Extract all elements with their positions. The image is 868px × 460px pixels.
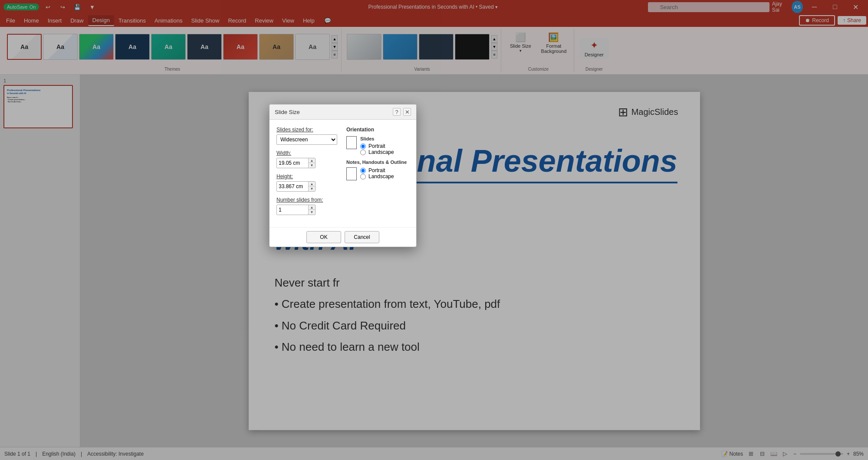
slides-orientation-label: Slides xyxy=(360,136,394,141)
num-slides-down-btn[interactable]: ▼ xyxy=(308,210,315,215)
height-up-btn[interactable]: ▲ xyxy=(308,182,315,186)
slides-sized-for-row: Slides sized for: Widescreen xyxy=(276,127,339,145)
width-up-btn[interactable]: ▲ xyxy=(308,158,315,163)
slides-landscape-option[interactable]: Landscape xyxy=(360,149,394,155)
slides-portrait-radio[interactable] xyxy=(360,144,366,149)
notes-radio-group: Portrait Landscape xyxy=(360,167,394,179)
slides-sized-for-label: Slides sized for: xyxy=(276,127,339,133)
width-row: Width: ▲ ▼ xyxy=(276,150,339,168)
dialog-body: Slides sized for: Widescreen Width: xyxy=(270,120,416,227)
num-slides-up-btn[interactable]: ▲ xyxy=(308,205,315,210)
portrait-label-notes: Portrait xyxy=(368,167,385,173)
width-label: Width: xyxy=(276,150,339,156)
width-input[interactable] xyxy=(277,158,308,168)
notes-landscape-radio[interactable] xyxy=(360,174,366,179)
dialog-columns: Slides sized for: Widescreen Width: xyxy=(276,127,409,220)
height-down-btn[interactable]: ▼ xyxy=(308,186,315,191)
slides-sized-for-select[interactable]: Widescreen xyxy=(276,134,337,145)
dialog-header: Slide Size ? ✕ xyxy=(270,104,416,120)
width-input-wrap: ▲ ▼ xyxy=(276,158,316,168)
num-slides-input[interactable] xyxy=(277,205,308,215)
slide-size-dialog: Slide Size ? ✕ Slides sized for: Widescr… xyxy=(269,104,417,247)
landscape-label-notes: Landscape xyxy=(368,173,394,179)
portrait-label-slides: Portrait xyxy=(368,143,385,149)
num-slides-input-wrap: ▲ ▼ xyxy=(276,205,316,215)
notes-orientation-section: Notes, Handouts & Outline Portrait xyxy=(346,160,409,182)
dialog-overlay: Slide Size ? ✕ Slides sized for: Widescr… xyxy=(0,0,868,460)
height-input-wrap: ▲ ▼ xyxy=(276,181,316,192)
orientation-title: Orientation xyxy=(346,127,409,133)
width-down-btn[interactable]: ▼ xyxy=(308,163,315,168)
height-spinners: ▲ ▼ xyxy=(308,182,315,191)
notes-orientation-label: Notes, Handouts & Outline xyxy=(346,160,409,165)
num-slides-row: Number slides from: ▲ ▼ xyxy=(276,197,339,215)
notes-portrait-radio[interactable] xyxy=(360,168,366,173)
orientation-section: Orientation Slides xyxy=(346,127,409,182)
notes-portrait-option[interactable]: Portrait xyxy=(360,167,394,173)
ok-button[interactable]: OK xyxy=(306,231,341,243)
slides-portrait-option[interactable]: Portrait xyxy=(360,143,394,149)
slides-portrait-icon xyxy=(346,136,357,149)
height-label-text: Height: xyxy=(276,173,293,179)
dialog-left-col: Slides sized for: Widescreen Width: xyxy=(276,127,339,220)
height-label: Height: xyxy=(276,173,339,179)
slides-landscape-radio[interactable] xyxy=(360,150,366,155)
cancel-button[interactable]: Cancel xyxy=(345,231,379,243)
width-label-text: Width: xyxy=(276,150,291,156)
dialog-header-btns: ? ✕ xyxy=(393,108,411,116)
landscape-label-slides: Landscape xyxy=(368,149,394,155)
dialog-right-col: Orientation Slides xyxy=(346,127,409,220)
dialog-title: Slide Size xyxy=(275,109,300,115)
dialog-footer: OK Cancel xyxy=(270,227,416,247)
num-slides-label-text: Number slides from: xyxy=(276,197,323,203)
height-input[interactable] xyxy=(277,182,308,191)
num-slides-label: Number slides from: xyxy=(276,197,339,203)
height-row: Height: ▲ ▼ xyxy=(276,173,339,192)
width-spinners: ▲ ▼ xyxy=(308,158,315,168)
num-slides-spinners: ▲ ▼ xyxy=(308,205,315,215)
notes-landscape-option[interactable]: Landscape xyxy=(360,173,394,179)
dialog-close-btn[interactable]: ✕ xyxy=(403,108,411,116)
slides-orientation-section: Slides Portrait Landscape xyxy=(346,136,409,155)
notes-portrait-icon xyxy=(346,167,357,180)
slides-radio-group: Slides Portrait Landscape xyxy=(360,136,394,155)
dialog-help-btn[interactable]: ? xyxy=(393,108,401,116)
